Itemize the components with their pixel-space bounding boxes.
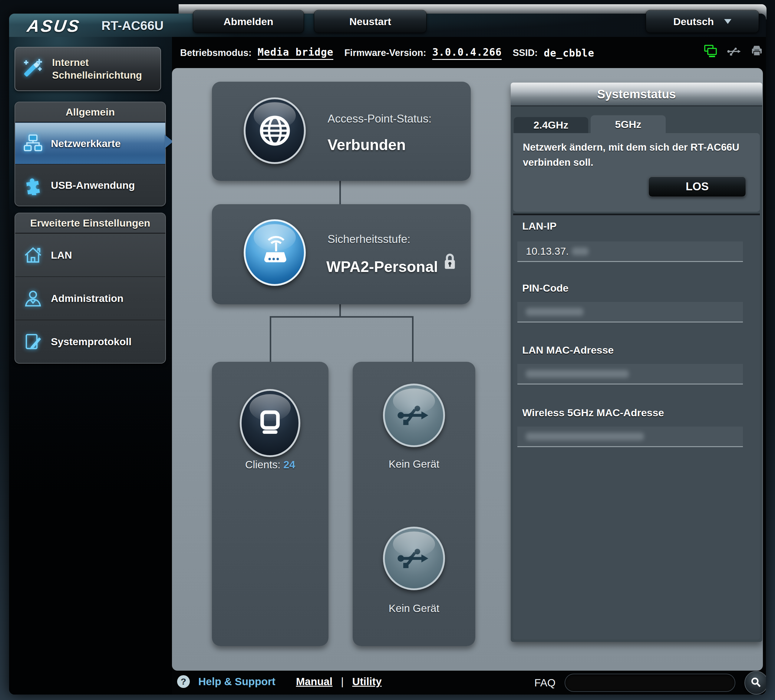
model-name: RT-AC66U bbox=[101, 18, 163, 33]
home-icon bbox=[23, 245, 43, 265]
search-button[interactable] bbox=[744, 671, 766, 695]
lan-mac-row bbox=[517, 364, 743, 385]
system-status-panel: Systemstatus 2.4GHz 5GHz Netzwerk ändern… bbox=[511, 83, 762, 642]
sidebar-item-label: Systemprotokoll bbox=[51, 336, 131, 348]
faq-search-area: FAQ bbox=[534, 671, 766, 695]
operation-mode-label: Betriebsmodus: bbox=[180, 48, 251, 58]
usb-device-icon[interactable] bbox=[726, 45, 743, 58]
usb-icon bbox=[383, 383, 445, 447]
security-level-label: Sicherheitsstufe: bbox=[328, 233, 411, 245]
sidebar-item-label: Netzwerkkarte bbox=[51, 138, 121, 149]
language-dropdown[interactable]: Deutsch bbox=[646, 10, 759, 33]
sidebar-group-advanced-title: Erweiterte Einstellungen bbox=[15, 213, 165, 233]
redacted-value bbox=[526, 308, 584, 316]
tab-5ghz[interactable]: 5GHz bbox=[590, 115, 666, 133]
connector-line bbox=[270, 316, 271, 362]
link-separator: | bbox=[341, 675, 344, 688]
network-change-description: Netzwerk ändern, mit dem sich der RT-AC6… bbox=[523, 140, 741, 170]
faq-search-input[interactable] bbox=[565, 674, 735, 691]
sidebar-item-lan[interactable]: LAN bbox=[15, 233, 165, 277]
lan-ip-value: 10.13.37. bbox=[526, 245, 569, 257]
log-pencil-icon bbox=[23, 332, 43, 352]
sidebar-item-label: USB-Anwendung bbox=[51, 179, 135, 191]
tab-content: Netzwerk ändern, mit dem sich der RT-AC6… bbox=[513, 133, 760, 212]
system-status-title: Systemstatus bbox=[597, 88, 676, 101]
sidebar-group-general: Allgemein Netzwerkkarte bbox=[15, 102, 166, 206]
clients-count-label: Clients: 24 bbox=[212, 459, 328, 471]
firmware-version-link[interactable]: 3.0.0.4.266 bbox=[432, 46, 502, 60]
security-level-value: WPA2-Personal bbox=[326, 258, 438, 275]
page: ASUS RT-AC66U Betriebsmodus: Media bridg… bbox=[0, 0, 775, 700]
quick-setup-label: Internet Schnelleinrichtung bbox=[52, 56, 142, 82]
usb-devices-card[interactable]: Kein Gerät Kein Gerät bbox=[353, 362, 475, 646]
puzzle-icon bbox=[23, 175, 43, 195]
redacted-value bbox=[526, 433, 644, 440]
clients-online-icon[interactable] bbox=[704, 45, 719, 58]
security-card[interactable]: Sicherheitsstufe: WPA2-Personal bbox=[212, 204, 471, 304]
status-icon-tray bbox=[704, 45, 764, 58]
redacted-value bbox=[526, 370, 629, 378]
clients-count-value: 24 bbox=[283, 459, 295, 470]
access-point-status-value: Verbunden bbox=[328, 136, 406, 154]
tab-2-4ghz[interactable]: 2.4GHz bbox=[514, 117, 588, 133]
faq-search-box bbox=[565, 673, 735, 692]
ssid-label: SSID: bbox=[512, 48, 538, 58]
usb-icon bbox=[383, 527, 445, 590]
person-icon bbox=[23, 289, 43, 309]
router-icon bbox=[244, 219, 306, 286]
pin-code-label: PIN-Code bbox=[522, 282, 569, 294]
connector-line bbox=[339, 181, 341, 204]
app-window: ASUS RT-AC66U Betriebsmodus: Media bridg… bbox=[9, 13, 766, 695]
computer-icon bbox=[240, 389, 300, 457]
info-bar: Betriebsmodus: Media bridge Firmware-Ver… bbox=[180, 44, 594, 62]
clients-card[interactable]: Clients: 24 bbox=[212, 362, 328, 646]
connector-line bbox=[412, 316, 414, 362]
operation-mode-link[interactable]: Media bridge bbox=[258, 46, 333, 60]
network-map-icon bbox=[23, 133, 43, 153]
ssid-value: de_cbble bbox=[544, 47, 594, 59]
sidebar-item-label: Administration bbox=[51, 292, 123, 304]
sidebar-item-label: LAN bbox=[51, 249, 72, 261]
help-support-link[interactable]: Help & Support bbox=[198, 675, 276, 688]
chevron-down-icon bbox=[724, 19, 732, 24]
access-point-status-label: Access-Point-Status: bbox=[328, 113, 431, 125]
usb-slot-label: Kein Gerät bbox=[353, 458, 475, 470]
wireless-5ghz-mac-row bbox=[517, 426, 743, 447]
system-status-header: Systemstatus bbox=[511, 83, 762, 106]
lan-mac-label: LAN MAC-Adresse bbox=[522, 344, 614, 356]
utility-link[interactable]: Utility bbox=[352, 675, 381, 688]
usb-slot-label: Kein Gerät bbox=[353, 602, 475, 614]
connector-line bbox=[270, 316, 414, 318]
manual-link[interactable]: Manual bbox=[296, 675, 333, 688]
sidebar-item-quick-internet-setup[interactable]: Internet Schnelleinrichtung bbox=[15, 47, 161, 91]
language-label: Deutsch bbox=[673, 16, 714, 28]
asus-logo: ASUS bbox=[26, 16, 82, 36]
magic-wand-icon bbox=[22, 58, 44, 80]
sidebar-item-usb-application[interactable]: USB-Anwendung bbox=[15, 164, 165, 206]
faq-label: FAQ bbox=[534, 677, 555, 689]
go-button[interactable]: LOS bbox=[649, 176, 746, 197]
help-icon: ? bbox=[177, 675, 190, 688]
logout-button[interactable]: Abmelden bbox=[193, 10, 304, 33]
sidebar-group-general-title: Allgemein bbox=[15, 102, 165, 122]
firmware-label: Firmware-Version: bbox=[344, 48, 426, 58]
sidebar-item-system-log[interactable]: Systemprotokoll bbox=[15, 320, 165, 363]
access-point-card[interactable]: Access-Point-Status: Verbunden bbox=[212, 82, 471, 181]
connector-line bbox=[339, 304, 341, 317]
sidebar-group-advanced: Erweiterte Einstellungen LAN Administrat… bbox=[15, 213, 166, 363]
sidebar-item-network-map[interactable]: Netzwerkkarte bbox=[15, 122, 165, 164]
globe-icon bbox=[244, 98, 306, 164]
lan-ip-row: 10.13.37. bbox=[517, 241, 743, 262]
lan-ip-label: LAN-IP bbox=[522, 220, 556, 232]
magnifier-icon bbox=[750, 677, 763, 689]
redacted-value bbox=[572, 247, 589, 255]
lock-icon bbox=[442, 252, 457, 270]
footer-links: ? Help & Support Manual | Utility bbox=[177, 673, 382, 690]
wireless-5ghz-mac-label: Wireless 5GHz MAC-Adresse bbox=[522, 407, 664, 419]
printer-icon[interactable] bbox=[750, 45, 764, 58]
reboot-button[interactable]: Neustart bbox=[314, 10, 427, 33]
pin-code-row bbox=[517, 302, 743, 322]
sidebar-item-administration[interactable]: Administration bbox=[15, 277, 165, 320]
